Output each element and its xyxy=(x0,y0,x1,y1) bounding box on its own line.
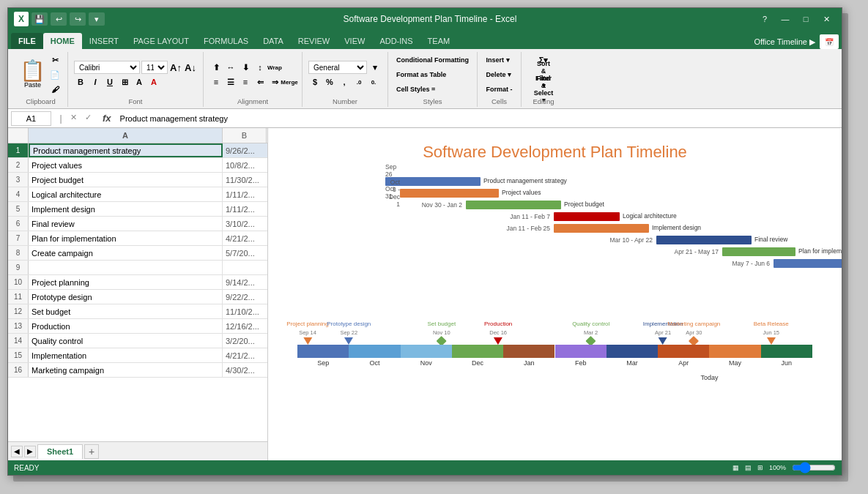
cell-a-6[interactable]: Final review xyxy=(29,217,223,231)
conditional-formatting-button[interactable]: Conditional Formatting xyxy=(394,53,471,67)
cell-a-8[interactable]: Create campaign xyxy=(29,246,223,260)
cell-a-12[interactable]: Set budget xyxy=(29,304,223,318)
comma-button[interactable]: , xyxy=(338,75,351,89)
tab-home[interactable]: HOME xyxy=(43,33,82,49)
confirm-entry-button[interactable]: ✓ xyxy=(85,113,97,124)
font-size-decrease-button[interactable]: A↓ xyxy=(184,61,197,74)
cell-a-13[interactable]: Production xyxy=(29,319,223,333)
cell-styles-button[interactable]: Cell Styles = xyxy=(394,83,437,96)
cell-a-14[interactable]: Quality control xyxy=(29,334,223,348)
table-row[interactable]: 11Prototype design9/22/2... xyxy=(8,290,267,304)
table-row[interactable]: 7Plan for implementation4/21/2... xyxy=(8,231,267,246)
customize-qat-button[interactable]: ▾ xyxy=(89,12,105,26)
italic-button[interactable]: I xyxy=(89,75,102,89)
align-right-button[interactable]: ≡ xyxy=(239,75,252,89)
cell-a-5[interactable]: Implement design xyxy=(29,202,223,216)
table-row[interactable]: 2Project values10/8/2... xyxy=(8,158,267,173)
increase-indent-button[interactable]: ⇒ xyxy=(268,75,281,89)
cell-a-3[interactable]: Project budget xyxy=(29,173,223,187)
wrap-text-button[interactable]: Wrap xyxy=(268,61,281,74)
number-format-expand-button[interactable]: ▾ xyxy=(368,61,382,74)
redo-button[interactable]: ↪ xyxy=(70,12,86,26)
cell-b-16[interactable]: 4/30/2... xyxy=(223,363,267,377)
align-middle-button[interactable]: ↔ xyxy=(224,61,237,74)
cut-button[interactable]: ✂ xyxy=(48,53,62,67)
page-layout-view-button[interactable]: ▤ xyxy=(745,464,752,471)
decrease-indent-button[interactable]: ⇐ xyxy=(253,75,267,89)
table-row[interactable]: 15Implementation4/21/2... xyxy=(8,348,267,363)
prev-sheet-button[interactable]: ◀ xyxy=(11,446,23,457)
cell-b-2[interactable]: 10/8/2... xyxy=(223,158,267,172)
page-break-view-button[interactable]: ⊞ xyxy=(757,464,763,471)
table-row[interactable]: 9 xyxy=(8,261,267,275)
table-row[interactable]: 16Marketing campaign4/30/2... xyxy=(8,363,267,378)
tab-formulas[interactable]: FORMULAS xyxy=(196,33,256,49)
cell-b-15[interactable]: 4/21/2... xyxy=(223,348,267,362)
cell-b-14[interactable]: 3/2/20... xyxy=(223,334,267,348)
text-direction-button[interactable]: ↕ xyxy=(253,61,267,74)
cell-b-13[interactable]: 12/16/2... xyxy=(223,319,267,333)
formula-input[interactable] xyxy=(117,111,839,126)
table-row[interactable]: 8Create campaign5/7/20... xyxy=(8,246,267,261)
cell-b-3[interactable]: 11/30/2... xyxy=(223,173,267,187)
cell-b-8[interactable]: 5/7/20... xyxy=(223,246,267,260)
zoom-slider[interactable] xyxy=(792,462,836,474)
cell-reference-box[interactable] xyxy=(11,111,51,126)
cell-b-12[interactable]: 11/10/2... xyxy=(223,304,267,318)
decrease-decimal-button[interactable]: .0 xyxy=(352,75,366,89)
table-row[interactable]: 13Production12/16/2... xyxy=(8,319,267,334)
cell-a-4[interactable]: Logical architecture xyxy=(29,187,223,201)
cell-a-16[interactable]: Marketing campaign xyxy=(29,363,223,377)
align-left-button[interactable]: ≡ xyxy=(209,75,223,89)
cell-a-1[interactable]: Product management strategy xyxy=(29,143,223,157)
cancel-entry-button[interactable]: ✕ xyxy=(70,113,82,124)
tab-insert[interactable]: INSERT xyxy=(82,33,126,49)
tab-page-layout[interactable]: PAGE LAYOUT xyxy=(126,33,196,49)
cell-a-7[interactable]: Plan for implementation xyxy=(29,231,223,245)
align-center-button[interactable]: ☰ xyxy=(224,75,237,89)
table-row[interactable]: 4Logical architecture1/11/2... xyxy=(8,187,267,202)
align-top-button[interactable]: ⬆ xyxy=(209,61,223,74)
cell-b-11[interactable]: 9/22/2... xyxy=(223,290,267,304)
cell-a-2[interactable]: Project values xyxy=(29,158,223,172)
underline-button[interactable]: U xyxy=(103,75,116,89)
font-color-button[interactable]: A xyxy=(147,75,160,89)
minimize-button[interactable]: — xyxy=(776,12,795,26)
cell-a-9[interactable] xyxy=(29,261,223,274)
table-row[interactable]: 1Product management strategy9/26/2... xyxy=(8,143,267,158)
undo-button[interactable]: ↩ xyxy=(51,12,67,26)
normal-view-button[interactable]: ▦ xyxy=(732,464,739,471)
table-row[interactable]: 3Project budget11/30/2... xyxy=(8,173,267,187)
cell-b-9[interactable] xyxy=(223,261,267,274)
tab-file[interactable]: FILE xyxy=(11,33,43,49)
cell-b-4[interactable]: 1/11/2... xyxy=(223,187,267,201)
find-select-button[interactable]: Find & Select ▾ xyxy=(537,83,550,96)
fill-color-button[interactable]: A xyxy=(133,75,146,89)
tab-team[interactable]: TEAM xyxy=(420,33,458,49)
help-button[interactable]: ? xyxy=(755,12,774,26)
cell-a-15[interactable]: Implementation xyxy=(29,348,223,362)
bold-button[interactable]: B xyxy=(74,75,87,89)
cell-b-5[interactable]: 1/11/2... xyxy=(223,202,267,216)
tab-view[interactable]: VIEW xyxy=(337,33,372,49)
format-as-table-button[interactable]: Format as Table xyxy=(394,68,448,81)
table-row[interactable]: 12Set budget11/10/2... xyxy=(8,304,267,319)
cell-a-11[interactable]: Prototype design xyxy=(29,290,223,304)
maximize-button[interactable]: □ xyxy=(796,12,815,26)
border-button[interactable]: ⊞ xyxy=(118,75,131,89)
tab-data[interactable]: DATA xyxy=(256,33,291,49)
tab-add-ins[interactable]: ADD-INS xyxy=(372,33,420,49)
format-painter-button[interactable]: 🖌 xyxy=(48,83,62,96)
copy-button[interactable]: 📄 xyxy=(48,68,62,81)
format-button[interactable]: Format - xyxy=(484,83,515,96)
save-button[interactable]: 💾 xyxy=(31,12,48,26)
close-button[interactable]: ✕ xyxy=(817,12,836,26)
next-sheet-button[interactable]: ▶ xyxy=(24,446,36,457)
merge-center-button[interactable]: Merge xyxy=(283,75,296,89)
table-row[interactable]: 6Final review3/10/2... xyxy=(8,217,267,231)
number-format-select[interactable]: General xyxy=(308,61,367,74)
cell-b-1[interactable]: 9/26/2... xyxy=(223,143,267,157)
increase-decimal-button[interactable]: 0. xyxy=(367,75,380,89)
cell-b-10[interactable]: 9/14/2... xyxy=(223,275,267,289)
cell-a-10[interactable]: Project planning xyxy=(29,275,223,289)
